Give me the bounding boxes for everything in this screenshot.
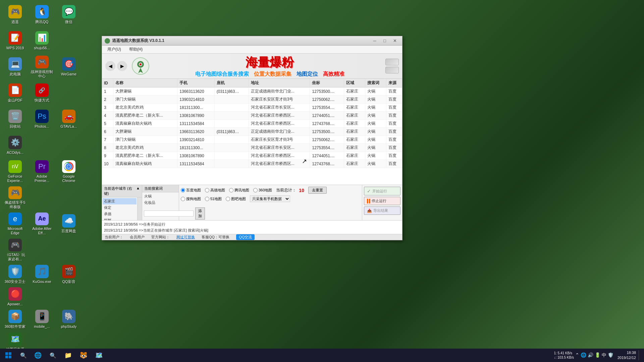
cell-8: 百度 <box>386 87 402 96</box>
taskbar-item-edge[interactable]: 🌐 <box>30 349 46 362</box>
desktop-icon-acodys[interactable]: ⚙️ ACOdys... <box>2 132 29 159</box>
cell-3 <box>214 152 249 160</box>
desktop-icon-phpstudy[interactable]: 🐘 phpStudy <box>55 308 82 330</box>
table-row[interactable]: 3老北京美式炸鸡181311300...河北省石家庄市长安区...1275355… <box>102 104 402 112</box>
taskbar-search-icon[interactable]: 🔍 <box>17 349 30 362</box>
desktop-icon-jinshan[interactable]: 📄 金山PDF <box>2 80 29 106</box>
desktop-icon-zhanshen[interactable]: 🎮 战神游戏控制中心 <box>29 54 55 80</box>
data-type-select[interactable]: 只采集有手机数据 <box>250 195 290 202</box>
menu-help[interactable]: 帮助(H) <box>126 46 146 53</box>
table-row[interactable]: 10清真椒麻自助火锅鸡13111534584河北省石家庄市桥西区...12743… <box>102 160 402 168</box>
menu-user[interactable]: 用户(U) <box>104 46 124 53</box>
cell-3 <box>214 160 249 168</box>
desktop-icon-mobile[interactable]: 📱 mobile_... <box>29 308 55 330</box>
refresh-button[interactable]: 去重置 <box>308 187 327 194</box>
radio-360-input[interactable] <box>253 188 258 192</box>
search-term-item[interactable]: 火锅 <box>143 193 178 199</box>
desktop-icon-premiere[interactable]: Pr Adobe Premie... <box>29 159 55 185</box>
radio-tencent[interactable]: 腾讯地图 <box>229 188 249 193</box>
export-button[interactable]: 📤 导出结果 <box>364 206 400 215</box>
desktop-icon-recycle[interactable]: 🗑️ 回收站 <box>2 106 29 132</box>
table-row[interactable]: 4清真肥肥串老二（新火车...13081067890河北省石家庄市桥西区...1… <box>102 112 402 120</box>
taskbar-item-search[interactable]: 🔍 <box>46 349 60 362</box>
city-list-item[interactable]: 石家庄 <box>103 198 137 204</box>
radio-tencent-label: 腾讯地图 <box>234 188 249 193</box>
radio-baidu[interactable]: 百度地图 <box>181 188 201 193</box>
city-list-panel: 当前选中城市 (右键) ▲ 石家庄保定承德邯郸唐山 <box>102 185 142 220</box>
table-row[interactable]: 2津门大锅锅13903214810石家庄长安区育才街3号12750062....… <box>102 96 402 104</box>
desktop-icon-360[interactable]: 🛡️ 360安全卫士 <box>2 263 29 286</box>
city-list-item[interactable]: 邯郸 <box>103 217 137 220</box>
table-row[interactable]: 1大胖涮锅13663113620(0311)863…正定成德南街华北门业...1… <box>102 87 402 96</box>
desktop-icon-geforce[interactable]: nV GeForce Experie... <box>2 159 29 185</box>
log-area: 2019/12/12 18/38/56 =>任务开始运行2019/12/12 1… <box>102 220 402 234</box>
desktop-icon-apower[interactable]: 🔴 Apower... <box>2 286 29 308</box>
tray-up-arrow[interactable]: ⌃ <box>575 352 579 358</box>
city-list-item[interactable]: 承德 <box>103 211 137 217</box>
cell-6: 石家庄 <box>344 160 365 168</box>
desktop-icon-gta[interactable]: 🚗 GTAVLa... <box>55 106 82 132</box>
desktop-icon-kuaijie[interactable]: 🔗 快捷方式 <box>29 80 55 106</box>
desktop-icon-qq[interactable]: 🐧 腾讯QQ <box>29 2 55 28</box>
desktop-icon-mypc[interactable]: 💻 此电脑 <box>2 54 29 80</box>
table-row[interactable]: 9清真肥肥串老二（新火车...13081067890河北省石家庄市桥西区...1… <box>102 152 402 160</box>
minimize-button[interactable]: ─ <box>370 37 379 45</box>
close-button[interactable]: ✕ <box>390 37 399 45</box>
radio-51[interactable]: 51地图 <box>205 196 222 201</box>
taskbar-item-explorer[interactable]: 📁 <box>60 349 76 362</box>
taskbar-clock[interactable]: 18:38 2019/12/12 <box>618 350 636 361</box>
radio-sougou-input[interactable] <box>181 197 185 201</box>
desktop-icon-wps[interactable]: 📝 WPS 2019 <box>2 28 29 54</box>
radio-gaode-input[interactable] <box>205 188 209 192</box>
show-desktop-button[interactable] <box>639 350 641 360</box>
stop-button[interactable]: 停止运行 <box>364 197 400 205</box>
ime-icon[interactable]: 中 <box>602 352 606 358</box>
desktop-icon-ae[interactable]: Ae Adobe After Eff... <box>29 211 55 237</box>
desktop-icon-photoshop[interactable]: Ps Photos... <box>29 106 55 132</box>
city-list-expand-icon[interactable]: ▲ <box>136 186 140 196</box>
desktop-icon-kugou[interactable]: 🎵 KuGou.exe <box>29 263 55 286</box>
website-link[interactable]: 网址可替换 <box>176 235 195 240</box>
cell-3 <box>214 104 249 112</box>
desktop-icon-360soft[interactable]: 📦 360软件管家 <box>2 308 29 330</box>
desktop-icon-qqyingyin[interactable]: 🎬 QQ影音 <box>55 263 82 286</box>
search-term-item[interactable]: 化妆品 <box>143 199 178 206</box>
radio-guigu[interactable]: 图吧地图 <box>226 196 246 201</box>
desktop-icon-wegame[interactable]: 🎯 WeGame <box>55 54 82 80</box>
desktop-icon-paidieche[interactable]: 🎮 佩盗猎车手5终极版 <box>2 185 29 211</box>
nav-forward-icon[interactable]: ▶ <box>117 61 127 71</box>
radio-baidu-input[interactable] <box>181 188 185 192</box>
taskbar-item-tiger[interactable]: 🐯 <box>76 349 91 362</box>
network-icon[interactable]: 🌐 <box>581 352 586 358</box>
maximize-button[interactable]: □ <box>380 37 389 45</box>
start-button-taskbar[interactable] <box>0 349 17 362</box>
radio-guigu-input[interactable] <box>226 197 230 201</box>
desktop-icon-gta5[interactable]: 🎮 《GTA5》玩家必有... <box>2 237 29 263</box>
volume-icon[interactable]: 🔊 <box>588 352 593 358</box>
desktop-icon-edge[interactable]: e Microsoft Edge <box>2 211 29 237</box>
radio-sougou[interactable]: 搜狗地图 <box>181 196 201 201</box>
table-row[interactable]: 7津门大锅锅13903214810石家庄长安区育才街3号12750062....… <box>102 136 402 144</box>
desktop-icon-wechat[interactable]: 💬 微信 <box>55 2 82 28</box>
header-corner-icon-1 <box>385 59 399 65</box>
nav-back-icon[interactable]: ◀ <box>105 61 115 71</box>
city-list-item[interactable]: 保定 <box>103 204 137 211</box>
radio-tencent-input[interactable] <box>229 188 233 192</box>
taskbar-item-map[interactable]: 🗺️ <box>91 349 107 362</box>
battery-icon[interactable]: 🔋 <box>595 352 600 358</box>
qq-chat-button[interactable]: QQ交流 <box>236 234 255 240</box>
radio-sougou-label: 搜狗地图 <box>186 196 201 201</box>
start-button[interactable]: ✓ 开始运行 <box>364 187 400 195</box>
table-row[interactable]: 5清真椒麻自助火锅鸡13111534584河北省石家庄市桥西区...127437… <box>102 120 402 128</box>
table-row[interactable]: 8老北京美式炸鸡181311300...河北省石家庄市长安区...1275355… <box>102 144 402 152</box>
radio-51-input[interactable] <box>205 197 209 201</box>
table-row[interactable]: 6大胖涮锅13663113620(0311)863…正定成德南街华北门业...1… <box>102 128 402 136</box>
desktop-icon-shuju[interactable]: 📊 shuju56... <box>29 28 55 54</box>
radio-360[interactable]: 360地图 <box>253 188 272 193</box>
desktop-icon-haoyou[interactable]: 🎮 逍遥 <box>2 2 29 28</box>
radio-gaode[interactable]: 高德地图 <box>205 188 225 193</box>
desktop-icon-chrome[interactable]: Google Chrome <box>55 159 82 185</box>
city-scrollbar[interactable] <box>137 197 142 220</box>
desktop-icon-baiduyun[interactable]: ☁️ 百度网盘 <box>55 211 82 237</box>
security-icon[interactable]: 🛡️ <box>608 352 613 358</box>
